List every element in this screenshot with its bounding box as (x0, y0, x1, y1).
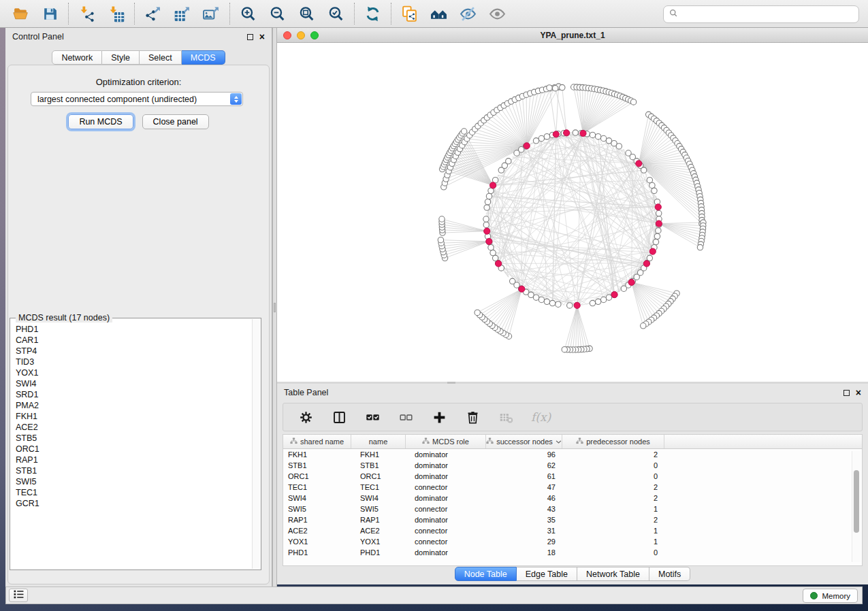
graph-node[interactable] (549, 300, 555, 306)
memory-button[interactable]: Memory (803, 589, 858, 603)
zoom-selected-icon[interactable] (327, 5, 345, 23)
mcds-result-item[interactable]: SWI4 (16, 378, 250, 389)
table-scrollbar-thumb[interactable] (854, 470, 859, 533)
graph-node[interactable] (656, 210, 662, 216)
table-row[interactable]: FKH1FKH1dominator962 (283, 449, 862, 460)
graph-satellite-node[interactable] (697, 244, 703, 250)
graph-hub-node[interactable] (496, 261, 502, 267)
graph-node[interactable] (590, 300, 595, 306)
graph-satellite-node[interactable] (439, 216, 445, 222)
save-session-icon[interactable] (41, 5, 59, 23)
open-file-icon[interactable] (12, 5, 30, 23)
graph-hub-node[interactable] (564, 130, 570, 136)
table-row[interactable]: RAP1RAP1dominator352 (283, 514, 862, 525)
export-image-icon[interactable] (202, 5, 221, 23)
table-row[interactable]: PHD1PHD1dominator180 (283, 547, 862, 558)
refresh-icon[interactable] (364, 5, 382, 23)
mcds-result-scrollbar[interactable] (252, 319, 260, 569)
criterion-dropdown[interactable]: largest connected component (undirected) (31, 92, 243, 106)
graph-node[interactable] (544, 134, 549, 139)
graph-node[interactable] (506, 159, 511, 164)
graph-node[interactable] (606, 295, 611, 300)
graph-satellite-node[interactable] (547, 85, 552, 90)
deselect-all-icon[interactable] (398, 409, 414, 425)
graph-hub-node[interactable] (484, 228, 490, 234)
tab-style[interactable]: Style (102, 50, 140, 65)
export-network-icon[interactable] (144, 5, 162, 23)
graph-hub-node[interactable] (636, 161, 642, 167)
graph-satellite-node[interactable] (630, 99, 636, 105)
graph-satellite-node[interactable] (475, 310, 480, 315)
search-input[interactable] (681, 9, 853, 20)
graph-hub-node[interactable] (553, 131, 559, 137)
graph-hub-node[interactable] (628, 279, 634, 285)
graph-node[interactable] (649, 182, 655, 188)
table-row[interactable]: YOX1YOX1connector291 (283, 536, 862, 547)
graph-hub-node[interactable] (489, 182, 496, 188)
zoom-out-icon[interactable] (268, 5, 287, 23)
graph-node[interactable] (510, 278, 515, 284)
columns-icon[interactable] (331, 409, 347, 425)
tab-network[interactable]: Network (52, 50, 102, 65)
add-row-icon[interactable] (431, 409, 447, 425)
graph-node[interactable] (595, 299, 600, 304)
graph-hub-node[interactable] (574, 302, 580, 308)
graph-node[interactable] (544, 299, 549, 304)
graph-node[interactable] (616, 144, 622, 149)
graph-node[interactable] (484, 205, 489, 210)
mcds-result-item[interactable]: PMA2 (16, 400, 250, 411)
mcds-result-item[interactable]: STP4 (16, 346, 250, 357)
vertical-splitter[interactable] (272, 28, 277, 587)
graph-node[interactable] (590, 132, 595, 137)
run-mcds-button[interactable]: Run MCDS (68, 114, 133, 129)
graph-satellite-node[interactable] (562, 346, 567, 352)
task-history-button[interactable] (9, 589, 28, 602)
mcds-result-item[interactable]: TID3 (16, 357, 250, 367)
graph-node[interactable] (485, 199, 490, 205)
float-table-panel-icon[interactable] (843, 390, 850, 396)
graph-node[interactable] (556, 301, 561, 307)
column-header-MCDS-role[interactable]: MCDS role (406, 435, 486, 448)
graph-hub-node[interactable] (524, 143, 530, 149)
mcds-result-item[interactable]: GCR1 (16, 498, 250, 509)
graph-node[interactable] (492, 255, 498, 261)
graph-hub-node[interactable] (643, 261, 649, 267)
mcds-result-item[interactable]: FKH1 (16, 411, 250, 422)
graph-node[interactable] (600, 297, 606, 302)
close-table-panel-icon[interactable]: × (856, 389, 861, 396)
graph-node[interactable] (621, 286, 626, 291)
mcds-result-item[interactable]: ORC1 (16, 444, 250, 455)
mcds-result-item[interactable]: ACE2 (16, 422, 250, 433)
tab-node-table[interactable]: Node Table (455, 567, 517, 581)
graph-node[interactable] (539, 135, 544, 141)
table-row[interactable]: TEC1TEC1connector472 (283, 482, 862, 493)
tab-motifs[interactable]: Motifs (649, 567, 690, 581)
graph-node[interactable] (539, 297, 544, 302)
float-panel-icon[interactable] (247, 34, 253, 40)
table-row[interactable]: STB1STB1dominator620 (283, 460, 862, 471)
graph-hub-node[interactable] (656, 220, 662, 227)
mcds-result-list[interactable]: PHD1CAR1STP4TID3YOX1SWI4SRD1PMA2FKH1ACE2… (16, 324, 250, 567)
table-scrollbar[interactable] (852, 451, 861, 562)
graph-node[interactable] (488, 244, 494, 250)
mcds-result-item[interactable]: STB1 (16, 465, 250, 476)
graph-hub-node[interactable] (486, 238, 492, 244)
column-header-predecessor-nodes[interactable]: predecessor nodes (562, 435, 664, 448)
minimize-window-icon[interactable] (297, 31, 305, 39)
mcds-result-item[interactable]: CAR1 (16, 335, 250, 346)
graph-node[interactable] (573, 130, 578, 135)
select-all-icon[interactable] (364, 409, 381, 425)
graph-node[interactable] (483, 222, 489, 227)
graph-satellite-node[interactable] (560, 84, 565, 90)
search-box[interactable] (663, 5, 859, 23)
hide-selected-icon[interactable] (459, 5, 477, 23)
graph-hub-node[interactable] (611, 291, 617, 297)
mcds-result-item[interactable]: SRD1 (16, 389, 250, 400)
graph-node[interactable] (486, 193, 492, 199)
graph-node[interactable] (490, 250, 496, 255)
graph-satellite-node[interactable] (552, 85, 558, 90)
graph-node[interactable] (652, 188, 657, 193)
graph-satellite-node[interactable] (641, 323, 646, 329)
zoom-fit-icon[interactable] (298, 5, 316, 23)
delete-row-icon[interactable] (464, 409, 481, 425)
